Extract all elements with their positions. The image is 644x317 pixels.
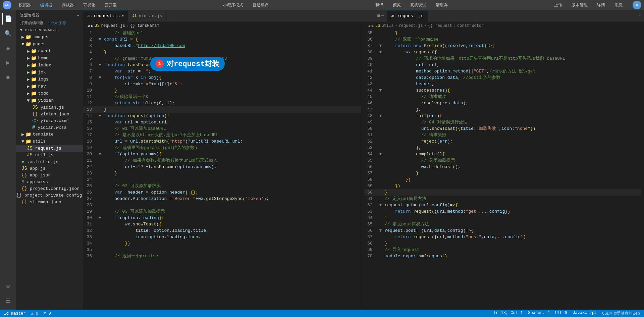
details-btn[interactable]: 详情 (595, 2, 607, 9)
tab-bar: JS request.js ● JS yidian.js ⊞ ⋯ JS requ… (83, 10, 644, 22)
sidebar-item-app-json[interactable]: {} app.json (16, 172, 83, 178)
main-area: 📄 🔍 ⚒ ► ■ ⚙ ☰ 资源管理器 ⋯ 打开的编辑器 1个未保存 ▼ MIN… (0, 10, 644, 310)
code-line: 59 }) (364, 183, 642, 189)
extensions-icon[interactable]: ■ (2, 72, 14, 84)
breadcrumb-request: {} request (428, 23, 452, 28)
code-line-current-right: 60 } (364, 189, 642, 196)
debug-icon[interactable]: ► (2, 57, 14, 69)
more-actions-icon[interactable]: ⋯ (381, 13, 384, 18)
breadcrumb-requestjs: request.js (399, 23, 423, 28)
tooltip-bubble: 1 对request封装 (150, 57, 225, 71)
visualize-btn[interactable]: 可视化 (81, 2, 97, 9)
sidebar-item-yidian-js[interactable]: JS yidian.js (16, 104, 83, 111)
left-code-editor[interactable]: 1 对request封装 1 // 基础的url 2 ▼ const URI =… (83, 30, 361, 310)
breadcrumb-arrow-right2[interactable]: ▶ (372, 23, 374, 29)
code-line: 25 // 02 可以添加请求头 (83, 183, 361, 189)
right-editor-pane: ◀ ▶ JS utils › request.js › {} request ›… (364, 22, 642, 310)
clear-cache-btn[interactable]: 清缓存 (434, 2, 450, 9)
breadcrumb-arrow-right[interactable]: ▶ (91, 23, 93, 29)
sidebar-item-index[interactable]: ▶ 📁 index (16, 62, 83, 69)
folder-icon: 📁 (31, 69, 37, 75)
real-debug-btn[interactable]: 真机调试 (408, 2, 428, 9)
search-icon[interactable]: 🔍 (2, 28, 14, 40)
folder-icon: 📁 (31, 91, 37, 96)
js-file-icon3: JS (391, 14, 395, 18)
code-line: 67 return request({url,method:"post",dat… (364, 234, 642, 240)
debugger-btn[interactable]: 调试器 (60, 2, 76, 9)
code-line: 66 ▼ request.post= (url,data,config)=>{ (364, 227, 642, 234)
code-line: 40 url: url, (364, 62, 642, 68)
code-line: 32 title: option.loading.title, (83, 227, 361, 234)
avatar[interactable]: CS (3, 1, 11, 9)
sidebar-item-images[interactable]: ▶ 📁 images (16, 34, 83, 41)
more-actions-right-icon[interactable]: ⋯ (639, 13, 641, 18)
sidebar-item-request-js[interactable]: JS request.js (16, 145, 83, 152)
version-mgmt-btn[interactable]: 版本管理 (570, 2, 590, 9)
mini-mode-btn[interactable]: 小程序模式 (221, 2, 245, 9)
sidebar-item-sitemap[interactable]: {} sitemap.json (16, 199, 83, 205)
sidebar-item-project-config[interactable]: {} project.config.json (16, 185, 83, 192)
right-code-editor[interactable]: 35 } 36 // 返回一个promise 37 ▼ return new P… (364, 30, 642, 310)
sidebar-item-app-wxss[interactable]: # app.wxss (16, 178, 83, 185)
code-line: 39 // 请求的地址如果一http开头直接用url不是http开头添加我们 b… (364, 55, 642, 62)
sidebar-item-todo[interactable]: ▶ 📁 todo (16, 90, 83, 97)
project-section[interactable]: ▼ MINIPROGRAM-3 (16, 27, 83, 34)
sidebar-menu-icon[interactable]: ⋯ (77, 13, 79, 17)
code-line: 55 // 关闭加载提示 (364, 157, 642, 164)
sidebar-item-jok[interactable]: ▶ 📁 jok (16, 69, 83, 76)
code-line: 53 }, (364, 145, 642, 151)
folder-icon: 📁 (31, 62, 37, 68)
breadcrumb-constructor: constructor (457, 23, 484, 28)
js-file-icon: JS (87, 14, 92, 18)
code-line: 19 // 选项里面有params (get传入的参数) (83, 145, 361, 151)
editor-btn[interactable]: 编辑器 (38, 2, 54, 9)
breadcrumb-utils: utils (381, 23, 393, 28)
code-line: 45 // 请求成功 (364, 94, 642, 100)
sidebar-item-util-js[interactable]: JS util.js (16, 152, 83, 158)
preview-btn[interactable]: 预览 (391, 2, 403, 9)
chevron-right-icon: ▶ (27, 69, 30, 75)
breadcrumb-arrow-left[interactable]: ◀ (87, 23, 90, 29)
sidebar-item-yidian-json[interactable]: {} yidian.json (16, 111, 83, 117)
sidebar-item-yidian[interactable]: ▼ 📁 yidian (16, 97, 83, 104)
user-avatar[interactable]: U (633, 1, 641, 9)
translate-btn[interactable]: 翻译 (373, 2, 385, 9)
code-line: 28 (83, 202, 361, 208)
sidebar-item-pages[interactable]: ▼ 📁 pages (16, 41, 83, 48)
list-icon[interactable]: ☰ (2, 295, 14, 307)
cloud-dev-btn[interactable]: 云开发 (103, 2, 119, 9)
git-icon[interactable]: ⚒ (2, 42, 14, 54)
tab-request-js-right[interactable]: JS request.js (387, 10, 428, 22)
folder-icon: 📁 (25, 131, 31, 137)
tab-yidian-js[interactable]: JS yidian.js (128, 10, 166, 22)
top-toolbar: CS 模拟器 编辑器 调试器 可视化 云开发 小程序模式 普通编译 翻译 预览 … (0, 0, 644, 10)
sidebar-item-project-private[interactable]: {} project.private.config.json (16, 192, 83, 199)
explorer-icon[interactable]: 📄 (2, 13, 14, 25)
sidebar-item-event[interactable]: ▶ 📁 event (16, 48, 83, 55)
sidebar-item-template[interactable]: ▶ 📁 template (16, 131, 83, 138)
split-editor-icon[interactable]: ⊞ (377, 13, 380, 18)
sidebar-item-utils[interactable]: ▼ 📁 utils (16, 138, 83, 145)
breadcrumb-arrow-left2[interactable]: ◀ (368, 23, 370, 29)
sidebar-item-app-js[interactable]: JS app.js (16, 165, 83, 172)
code-line: 2 ▼ const URI = { (83, 36, 361, 43)
code-line: 62 ▼ request.get= (url,config)=>{ (364, 202, 642, 208)
code-line: 54 ▼ complete(){ (364, 151, 642, 157)
tab-actions: ⊞ ⋯ (375, 13, 387, 18)
sidebar-item-eslintrc[interactable]: ● .eslintrc.js (16, 158, 83, 165)
messages-btn[interactable]: 消息 (612, 2, 625, 9)
chevron-right-icon: ▶ (27, 91, 30, 96)
sidebar-item-logs[interactable]: ▶ 📁 logs (16, 76, 83, 83)
upload-btn[interactable]: 上传 (552, 2, 564, 9)
code-line-current: 13 } (83, 106, 361, 113)
simulator-btn[interactable]: 模拟器 (17, 2, 33, 9)
sidebar-item-nav[interactable]: ▶ 📁 nav (16, 83, 83, 90)
tab-request-js-left[interactable]: JS request.js ● (83, 10, 128, 22)
left-editor-pane: ◀ ▶ JS request.js › {} tansParam 1 对requ… (83, 22, 361, 310)
sidebar-item-yidian-wxml[interactable]: <> yidian.wxml (16, 117, 83, 124)
wxss-file-icon: # (32, 125, 35, 130)
compile-btn[interactable]: 普通编译 (251, 2, 271, 9)
sidebar-item-home[interactable]: ▶ 📁 home (16, 55, 83, 62)
settings-icon[interactable]: ⚙ (2, 280, 14, 292)
sidebar-item-yidian-wxss[interactable]: # yidian.wxss (16, 124, 83, 131)
